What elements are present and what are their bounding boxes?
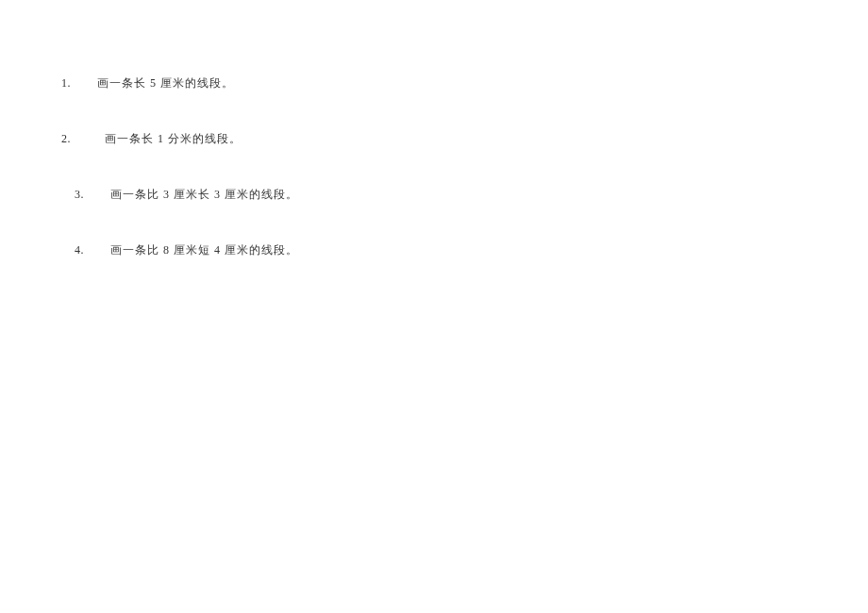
question-item: 1. 画一条长 5 厘米的线段。	[61, 75, 868, 91]
question-number: 1.	[61, 76, 88, 91]
question-number: 4.	[75, 243, 101, 257]
question-item: 4. 画一条比 8 厘米短 4 厘米的线段。	[75, 242, 868, 258]
question-number: 2.	[61, 132, 88, 146]
question-number: 3.	[75, 188, 101, 202]
question-text: 画一条长 1 分米的线段。	[105, 131, 242, 147]
question-item: 3. 画一条比 3 厘米长 3 厘米的线段。	[75, 187, 868, 203]
question-text: 画一条比 3 厘米长 3 厘米的线段。	[110, 187, 298, 203]
question-item: 2. 画一条长 1 分米的线段。	[61, 131, 868, 147]
question-text: 画一条比 8 厘米短 4 厘米的线段。	[110, 242, 298, 258]
question-text: 画一条长 5 厘米的线段。	[97, 75, 234, 91]
